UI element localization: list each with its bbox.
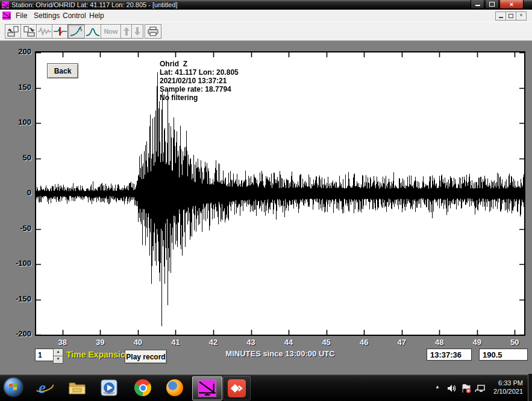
x-axis-title: MINUTES since 13:00:00 UTC xyxy=(223,349,337,358)
import-record-icon xyxy=(7,26,19,37)
y-axis-tick-label: 200 xyxy=(7,47,31,56)
tray-action-center-button[interactable] xyxy=(462,384,471,396)
export-record-icon xyxy=(23,26,35,37)
taskbar-internet-explorer[interactable]: e xyxy=(31,376,58,399)
x-axis-tick-label: 38 xyxy=(54,338,72,347)
speaker-icon xyxy=(447,384,457,393)
x-axis-tick-label: 41 xyxy=(166,338,184,347)
close-button[interactable]: × xyxy=(499,0,524,9)
red-app-icon xyxy=(228,379,246,397)
title-bar[interactable]: Station: Ohrid/OHRID Lat: 41.117 Lon: 20… xyxy=(0,0,532,10)
x-axis-tick-label: 50 xyxy=(505,338,524,347)
taskbar-firefox[interactable] xyxy=(161,376,189,399)
zoom-curve-button[interactable] xyxy=(67,24,85,39)
x-axis-tick-label: 44 xyxy=(280,338,298,347)
taskbar-red-app[interactable] xyxy=(223,376,251,400)
y-axis-tick-label: 150 xyxy=(7,83,31,92)
y-axis-tick-label: 0 xyxy=(7,188,31,197)
import-record-button[interactable] xyxy=(5,24,22,39)
filter-curve-button[interactable] xyxy=(84,24,101,39)
app-icon xyxy=(2,1,9,8)
internet-explorer-icon: e xyxy=(36,379,54,397)
network-icon xyxy=(475,384,485,393)
time-expansion-input[interactable]: 1 xyxy=(35,349,55,361)
media-player-icon xyxy=(101,379,117,396)
pick-phase-icon xyxy=(54,27,67,36)
play-record-button[interactable]: Play record xyxy=(125,350,167,364)
zoom-curve-icon xyxy=(70,26,83,37)
time-expansion-label: Time Expansion xyxy=(66,350,131,359)
printer-icon xyxy=(147,27,159,36)
restore-button[interactable] xyxy=(485,0,499,9)
scroll-up-button[interactable] xyxy=(120,24,133,39)
trace-latlon-line: Lat: 41.117 Lon: 20.805 xyxy=(160,68,239,77)
x-axis-tick-label: 47 xyxy=(393,338,411,347)
x-axis-tick-label: 46 xyxy=(355,338,373,347)
menu-file[interactable]: File xyxy=(16,11,27,20)
menu-help[interactable]: Help xyxy=(89,11,104,20)
app-window: Station: Ohrid/OHRID Lat: 41.117 Lon: 20… xyxy=(0,0,532,401)
pick-phase-button[interactable] xyxy=(52,24,69,39)
seismogram-canvas[interactable] xyxy=(36,52,524,335)
firefox-icon xyxy=(166,379,183,396)
bell-curve-icon xyxy=(86,27,100,36)
x-axis-tick-label: 48 xyxy=(430,338,448,347)
flag-icon xyxy=(462,384,471,393)
chrome-icon xyxy=(134,379,151,396)
taskbar-file-explorer[interactable] xyxy=(63,376,91,399)
print-button[interactable] xyxy=(145,24,161,39)
view-waveform-button[interactable] xyxy=(36,24,53,39)
tray-network-button[interactable] xyxy=(475,384,485,396)
time-expansion-down-button[interactable]: ▼ xyxy=(53,356,63,364)
down-arrow-icon xyxy=(134,27,141,36)
tray-clock[interactable]: 6:33 PM 2/10/2021 xyxy=(484,379,523,396)
minimize-button[interactable] xyxy=(471,0,484,9)
taskbar-chrome[interactable] xyxy=(129,376,157,399)
y-axis-tick-label: -150 xyxy=(7,294,31,303)
chevron-up-icon: ▲ xyxy=(435,384,440,390)
y-axis-tick-label: -50 xyxy=(7,224,31,233)
amaseis-icon xyxy=(198,380,216,397)
mdi-restore-icon xyxy=(509,14,513,18)
seismogram-plot xyxy=(35,51,525,336)
document-icon xyxy=(2,11,11,20)
x-axis-tick-label: 40 xyxy=(129,338,147,347)
trace-station-line: Ohrid Z xyxy=(160,60,239,68)
trace-filter-line: No filtering xyxy=(160,93,239,102)
mdi-minimize-icon xyxy=(499,17,503,18)
svg-text:e: e xyxy=(39,379,46,397)
trace-samplerate-line: Sample rate: 18.7794 xyxy=(160,85,239,93)
menu-settings[interactable]: Settings xyxy=(34,11,60,20)
taskbar-media-player[interactable] xyxy=(95,376,123,399)
x-axis-tick-label: 45 xyxy=(318,338,336,347)
show-desktop-button[interactable] xyxy=(528,374,532,401)
y-axis-tick-label: 50 xyxy=(7,153,31,162)
scroll-down-button[interactable] xyxy=(131,24,143,39)
menu-control[interactable]: Control xyxy=(63,11,86,20)
x-axis-tick-label: 39 xyxy=(91,338,109,347)
menu-bar: File Settings Control Help × xyxy=(0,10,532,22)
windows-logo-icon xyxy=(9,383,17,391)
trace-info-block: Ohrid Z Lat: 41.117 Lon: 20.805 2021/02/… xyxy=(160,60,239,102)
x-axis-tick-label: 42 xyxy=(204,338,222,347)
mdi-restore-button[interactable] xyxy=(505,11,516,21)
export-record-button[interactable] xyxy=(20,24,37,39)
now-label: Now xyxy=(104,28,117,35)
window-title: Station: Ohrid/OHRID Lat: 41.117 Lon: 20… xyxy=(11,1,178,8)
y-axis-tick-label: -100 xyxy=(7,259,31,268)
back-button[interactable]: Back xyxy=(47,63,78,78)
now-button[interactable]: Now xyxy=(101,24,121,39)
start-button[interactable] xyxy=(4,378,22,396)
taskbar-amaseis-active[interactable] xyxy=(192,376,222,400)
cursor-time-field[interactable]: 13:37:36 xyxy=(427,349,472,361)
tray-date: 2/10/2021 xyxy=(484,387,523,396)
mdi-close-button[interactable]: × xyxy=(516,11,527,21)
tray-hidden-icons-button[interactable]: ▲ xyxy=(435,374,441,401)
x-axis-tick-label: 43 xyxy=(242,338,260,347)
trace-datetime-line: 2021/02/10 13:37:21 xyxy=(160,77,239,85)
cursor-value-field[interactable]: 190.5 xyxy=(479,349,528,361)
mdi-minimize-button[interactable] xyxy=(495,11,506,21)
y-axis-tick-label: 100 xyxy=(7,118,31,127)
tray-volume-button[interactable] xyxy=(447,384,457,395)
x-axis-tick-label: 49 xyxy=(468,338,486,347)
